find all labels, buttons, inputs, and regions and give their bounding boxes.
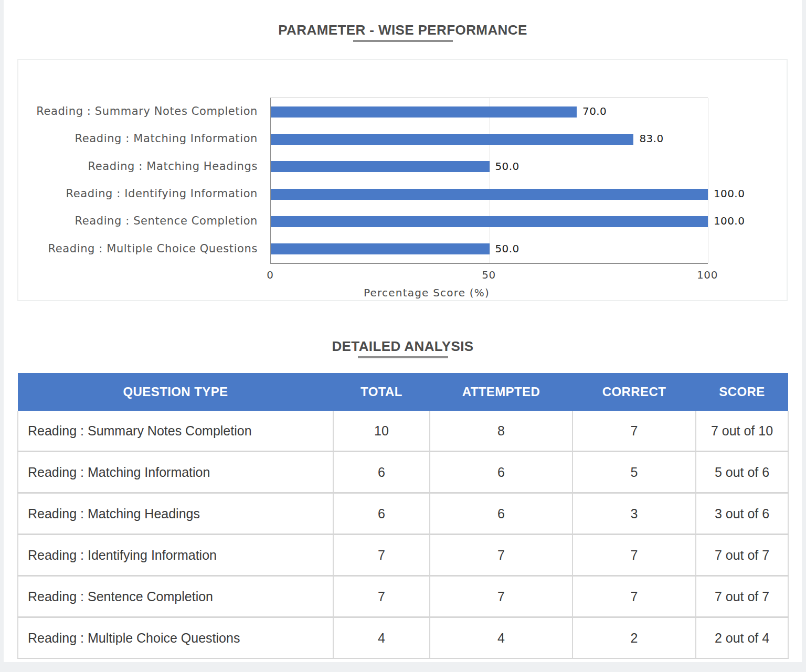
table-row: Reading : Matching Headings 6 6 3 3 out … (18, 493, 788, 535)
bar (271, 106, 577, 118)
bar (271, 243, 490, 254)
x-axis-label: Percentage Score (%) (364, 286, 490, 299)
cell-question-type: Reading : Identifying Information (18, 535, 333, 576)
cell-score: 3 out of 6 (696, 493, 788, 535)
cell-score: 7 out of 7 (696, 535, 788, 576)
y-axis-label: Reading : Sentence Completion (18, 207, 258, 234)
y-axis-label: Reading : Matching Headings (18, 153, 258, 180)
detailed-analysis-table: QUESTION TYPE TOTAL ATTEMPTED CORRECT SC… (17, 373, 789, 659)
cell-correct: 7 (572, 576, 696, 617)
cell-question-type: Reading : Multiple Choice Questions (18, 617, 333, 659)
cell-score: 7 out of 7 (696, 576, 788, 617)
bar (271, 134, 633, 145)
table-row: Reading : Multiple Choice Questions 4 4 … (18, 617, 788, 659)
cell-correct: 2 (572, 617, 696, 659)
analysis-section-title: DETAILED ANALYSIS (4, 338, 802, 355)
cell-total: 7 (333, 535, 430, 576)
cell-correct: 5 (572, 452, 696, 493)
cell-attempted: 4 (430, 617, 572, 659)
y-axis-label: Reading : Summary Notes Completion (18, 98, 258, 125)
cell-attempted: 8 (430, 411, 572, 452)
table-header-row: QUESTION TYPE TOTAL ATTEMPTED CORRECT SC… (18, 373, 788, 411)
col-header-total: TOTAL (333, 373, 430, 411)
cell-correct: 7 (572, 411, 696, 452)
analysis-title-underline (358, 356, 448, 358)
x-tick-label: 50 (482, 269, 496, 281)
bar (271, 216, 708, 227)
y-axis-label: Reading : Identifying Information (18, 180, 258, 207)
gridline (708, 98, 708, 263)
cell-score: 5 out of 6 (696, 452, 788, 493)
col-header-attempted: ATTEMPTED (430, 373, 572, 411)
cell-correct: 3 (572, 493, 696, 535)
report-card: PARAMETER - WISE PERFORMANCE Percentage … (4, 0, 802, 662)
cell-question-type: Reading : Sentence Completion (18, 576, 333, 617)
cell-correct: 7 (572, 535, 696, 576)
bar-value-label: 100.0 (714, 207, 745, 234)
bar-value-label: 50.0 (495, 153, 519, 180)
cell-attempted: 6 (430, 493, 572, 535)
bar-value-label: 83.0 (639, 125, 663, 152)
cell-attempted: 6 (430, 452, 572, 493)
table-row: Reading : Sentence Completion 7 7 7 7 ou… (18, 576, 788, 617)
cell-score: 7 out of 10 (696, 411, 788, 452)
cell-total: 7 (333, 576, 430, 617)
performance-title-underline (353, 40, 453, 42)
bar-value-label: 70.0 (582, 98, 607, 125)
cell-total: 10 (333, 411, 430, 452)
col-header-correct: CORRECT (572, 373, 696, 411)
performance-section-title: PARAMETER - WISE PERFORMANCE (4, 22, 802, 38)
cell-total: 4 (333, 617, 430, 659)
plot-area (270, 98, 708, 264)
col-header-question-type: QUESTION TYPE (18, 373, 333, 411)
performance-chart-panel: Percentage Score (%) Reading : Summary N… (17, 59, 788, 301)
table-row: Reading : Matching Information 6 6 5 5 o… (18, 452, 788, 493)
cell-question-type: Reading : Matching Headings (18, 493, 333, 535)
bar-value-label: 50.0 (495, 235, 519, 262)
cell-question-type: Reading : Matching Information (18, 452, 333, 493)
table-row: Reading : Summary Notes Completion 10 8 … (18, 411, 788, 452)
gridline (490, 98, 490, 263)
cell-attempted: 7 (430, 535, 572, 576)
y-axis-label: Reading : Matching Information (18, 125, 258, 152)
y-axis-label: Reading : Multiple Choice Questions (18, 235, 258, 262)
bar (271, 189, 708, 200)
cell-total: 6 (333, 452, 430, 493)
cell-total: 6 (333, 493, 430, 535)
col-header-score: SCORE (696, 373, 788, 411)
bar (271, 161, 490, 172)
x-tick-label: 100 (697, 269, 718, 281)
table-row: Reading : Identifying Information 7 7 7 … (18, 535, 788, 576)
x-tick-label: 0 (267, 269, 273, 281)
cell-attempted: 7 (430, 576, 572, 617)
cell-question-type: Reading : Summary Notes Completion (18, 411, 333, 452)
bar-value-label: 100.0 (714, 180, 745, 207)
cell-score: 2 out of 4 (696, 617, 788, 659)
